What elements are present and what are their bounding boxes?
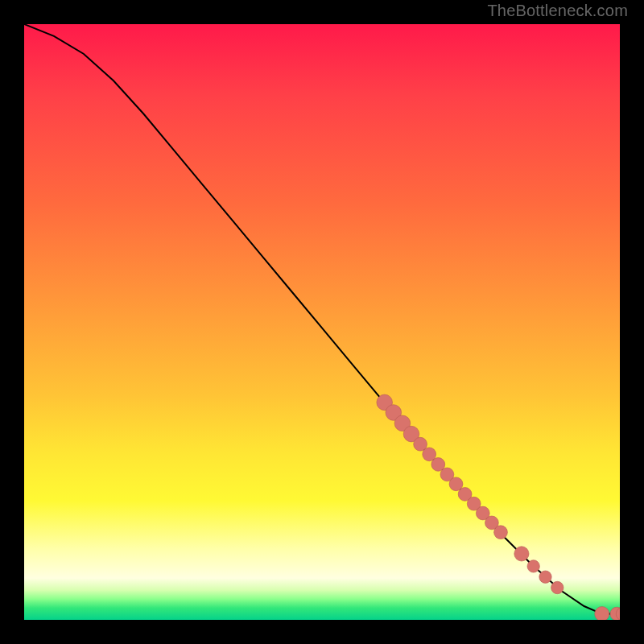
plot-overlay: [24, 24, 620, 620]
data-marker: [539, 571, 551, 583]
data-marker: [551, 581, 564, 593]
plot-area: [24, 24, 620, 620]
data-marker: [494, 526, 508, 539]
data-marker: [527, 560, 539, 572]
attribution-text: TheBottleneck.com: [487, 2, 628, 20]
chart-frame: TheBottleneck.com: [0, 0, 644, 644]
marker-group: [377, 394, 620, 620]
data-marker: [595, 607, 609, 621]
data-marker: [514, 547, 529, 561]
curve-line: [24, 24, 620, 614]
